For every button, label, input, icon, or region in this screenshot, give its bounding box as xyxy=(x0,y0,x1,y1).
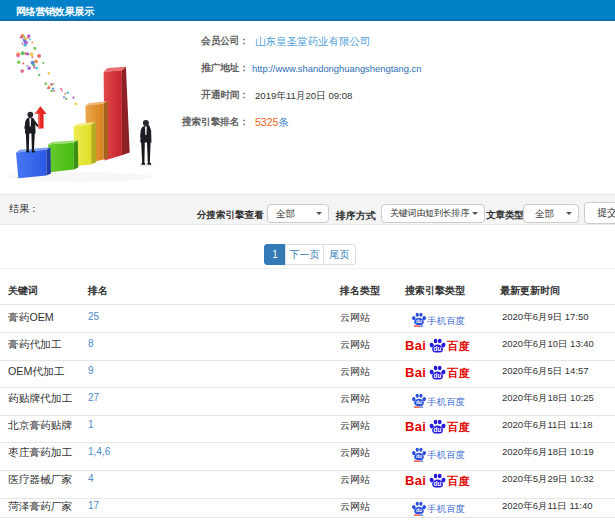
svg-text:du: du xyxy=(416,508,422,513)
svg-text:du: du xyxy=(416,454,422,459)
svg-text:du: du xyxy=(434,426,442,433)
svg-text:du: du xyxy=(434,345,442,352)
svg-text:du: du xyxy=(416,400,422,405)
svg-text:du: du xyxy=(434,480,442,487)
svg-text:du: du xyxy=(416,319,422,324)
svg-text:du: du xyxy=(434,372,442,379)
